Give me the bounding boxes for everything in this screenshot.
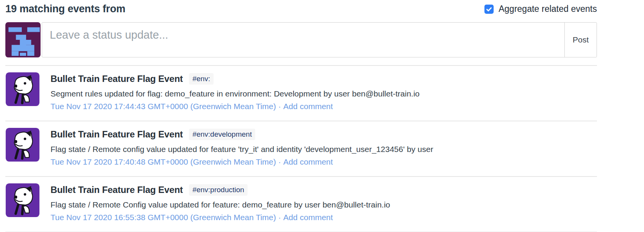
check-icon — [486, 6, 492, 12]
post-button[interactable]: Post — [564, 23, 597, 57]
event-description: Flag state / Remote Config value updated… — [51, 199, 390, 210]
event-tag[interactable]: #env:development — [189, 129, 255, 141]
event-body: Bullet Train Feature Flag Event #env:pro… — [51, 183, 390, 223]
add-comment-link[interactable]: Add comment — [283, 102, 333, 111]
event-row: Bullet Train Feature Flag Event #env:pro… — [5, 176, 597, 232]
event-description: Flag state / Remote config value updated… — [51, 144, 433, 155]
event-meta: Tue Nov 17 2020 16:55:38 GMT+0000 (Green… — [51, 212, 390, 223]
event-title: Bullet Train Feature Flag Event — [51, 74, 183, 84]
event-row: Bullet Train Feature Flag Event #env:dev… — [5, 121, 597, 176]
meta-separator: · — [278, 213, 281, 222]
meta-separator: · — [278, 157, 281, 166]
event-description: Segment rules updated for flag: demo_fea… — [51, 88, 420, 99]
event-title: Bullet Train Feature Flag Event — [51, 185, 183, 195]
datadog-dog-icon — [5, 183, 40, 217]
event-timestamp-link[interactable]: Tue Nov 17 2020 16:55:38 GMT+0000 (Green… — [51, 213, 276, 222]
status-composer: Post — [5, 22, 597, 57]
event-stream-panel: 19 matching events from Aggregate relate… — [5, 0, 597, 232]
page-title: 19 matching events from — [5, 3, 126, 15]
event-row: Bullet Train Feature Flag Event #env: Se… — [5, 65, 597, 121]
aggregate-checkbox-label: Aggregate related events — [499, 4, 597, 14]
event-meta: Tue Nov 17 2020 17:40:48 GMT+0000 (Green… — [51, 157, 433, 167]
header: 19 matching events from Aggregate relate… — [5, 0, 597, 18]
status-update-input[interactable] — [42, 23, 564, 57]
events-list: Bullet Train Feature Flag Event #env: Se… — [5, 65, 597, 232]
event-tag[interactable]: #env:production — [189, 184, 248, 196]
event-body: Bullet Train Feature Flag Event #env:dev… — [51, 127, 433, 167]
add-comment-link[interactable]: Add comment — [283, 157, 333, 166]
event-timestamp-link[interactable]: Tue Nov 17 2020 17:44:43 GMT+0000 (Green… — [51, 102, 276, 111]
event-timestamp-link[interactable]: Tue Nov 17 2020 17:40:48 GMT+0000 (Green… — [51, 157, 276, 166]
event-body: Bullet Train Feature Flag Event #env: Se… — [51, 72, 420, 112]
event-title: Bullet Train Feature Flag Event — [51, 129, 183, 140]
user-pixel-avatar-icon — [5, 22, 41, 57]
datadog-dog-icon — [5, 72, 40, 106]
aggregate-related-events-toggle[interactable]: Aggregate related events — [484, 4, 597, 14]
aggregate-checkbox[interactable] — [484, 5, 494, 14]
add-comment-link[interactable]: Add comment — [283, 213, 333, 222]
datadog-dog-icon — [5, 127, 40, 162]
event-tag[interactable]: #env: — [189, 73, 214, 85]
status-update-box: Post — [42, 22, 597, 57]
meta-separator: · — [278, 102, 281, 111]
event-meta: Tue Nov 17 2020 17:44:43 GMT+0000 (Green… — [51, 101, 420, 112]
